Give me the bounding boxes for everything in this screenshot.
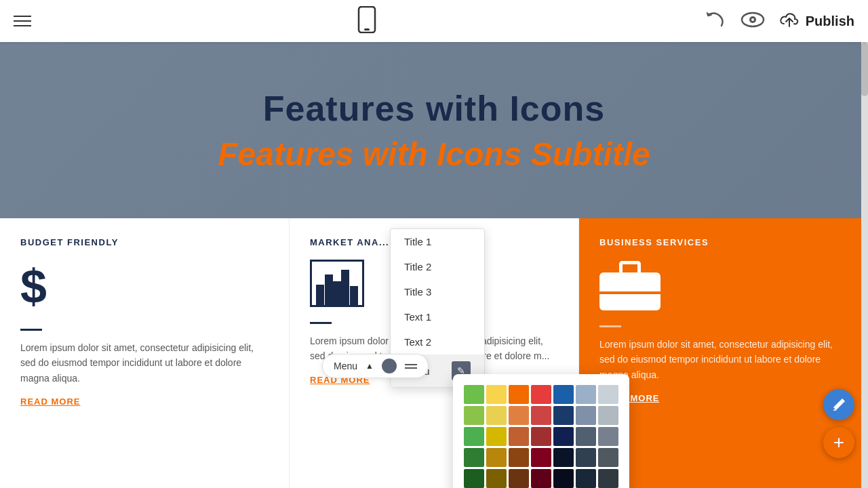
main-content: Features with Icons Features with Icons … [0, 42, 868, 488]
color-cell[interactable] [576, 427, 596, 446]
color-cell[interactable] [576, 469, 596, 488]
hero-section: Features with Icons Features with Icons … [0, 42, 868, 218]
dollar-icon: $ [20, 260, 269, 314]
scrollbar-thumb[interactable] [861, 42, 868, 96]
topbar: Publish [0, 0, 868, 42]
scrollbar[interactable] [861, 42, 868, 488]
card-budget-friendly: BUDGET FRIENDLY $ Lorem ipsum dolor sit … [0, 218, 290, 488]
cloud-upload-icon [778, 10, 800, 32]
fab-edit-button[interactable] [823, 389, 854, 420]
color-cell[interactable] [486, 427, 507, 446]
color-cell[interactable] [598, 427, 618, 446]
color-cell[interactable] [509, 448, 529, 467]
dropdown-item-title2[interactable]: Title 2 [391, 254, 484, 279]
fab-add-button[interactable]: + [823, 427, 854, 458]
card-divider-business [599, 325, 621, 327]
color-cell[interactable] [576, 406, 596, 425]
color-cell[interactable] [576, 385, 596, 404]
card-link-business[interactable]: READ MORE [599, 393, 848, 403]
color-cell[interactable] [464, 469, 484, 488]
preview-icon[interactable] [741, 10, 765, 32]
color-cell[interactable] [464, 427, 484, 446]
color-cell[interactable] [464, 406, 484, 425]
color-cell[interactable] [531, 469, 551, 488]
hamburger-icon[interactable] [14, 16, 31, 26]
undo-icon[interactable] [703, 9, 727, 33]
hero-subtitle: Features with Icons Subtitle [218, 136, 650, 173]
color-cell[interactable] [598, 385, 618, 404]
card-title-budget: BUDGET FRIENDLY [20, 237, 269, 247]
color-cell[interactable] [598, 406, 618, 425]
card-title-business: BUSINESS SERVICES [599, 237, 848, 247]
color-cell[interactable] [531, 448, 551, 467]
menu-bar-lines-icon [405, 364, 417, 369]
card-text-business: Lorem ipsum dolor sit amet, consectetur … [599, 337, 848, 382]
topbar-left [14, 16, 31, 26]
menu-bar-label: Menu [334, 361, 357, 371]
color-cell[interactable] [509, 385, 529, 404]
color-cell[interactable] [531, 406, 551, 425]
dropdown-item-title1[interactable]: Title 1 [391, 229, 484, 254]
topbar-center [356, 6, 378, 36]
color-cell[interactable] [553, 427, 574, 446]
color-cell[interactable] [553, 469, 574, 488]
color-cell[interactable] [486, 469, 507, 488]
color-cell[interactable] [509, 427, 529, 446]
color-cell[interactable] [553, 448, 574, 467]
color-cell[interactable] [576, 448, 596, 467]
menu-bar[interactable]: Menu ▲ [322, 354, 429, 378]
color-cell[interactable] [509, 469, 529, 488]
color-cell[interactable] [464, 385, 484, 404]
hero-title: Features with Icons [263, 88, 605, 129]
menu-bar-dot [382, 359, 397, 373]
color-cell[interactable] [486, 448, 507, 467]
dropdown-item-text1[interactable]: Text 1 [391, 304, 484, 329]
briefcase-icon [599, 260, 848, 310]
color-cell[interactable] [598, 469, 618, 488]
card-divider-market [310, 322, 332, 324]
topbar-right: Publish [703, 9, 854, 33]
card-link-budget[interactable]: READ MORE [20, 396, 269, 407]
color-cell[interactable] [486, 385, 507, 404]
color-cell[interactable] [464, 448, 484, 467]
color-cell[interactable] [531, 427, 551, 446]
publish-label: Publish [806, 14, 854, 29]
color-cell[interactable] [509, 406, 529, 425]
svg-point-4 [751, 18, 754, 21]
mobile-icon[interactable] [356, 6, 378, 36]
color-cell[interactable] [553, 385, 574, 404]
card-divider-budget [20, 329, 42, 331]
color-picker: More > [453, 374, 629, 488]
color-cell[interactable] [553, 406, 574, 425]
color-cell[interactable] [486, 406, 507, 425]
publish-button[interactable]: Publish [778, 10, 854, 32]
chevron-up-icon: ▲ [366, 361, 374, 371]
color-cell[interactable] [598, 448, 618, 467]
plus-icon: + [833, 432, 844, 453]
dropdown-item-text2[interactable]: Text 2 [391, 329, 484, 354]
dropdown-item-title3[interactable]: Title 3 [391, 279, 484, 304]
color-cell[interactable] [531, 385, 551, 404]
color-grid [464, 385, 618, 488]
card-text-budget: Lorem ipsum dolor sit amet, consectetur … [20, 340, 269, 386]
svg-rect-1 [364, 28, 370, 30]
